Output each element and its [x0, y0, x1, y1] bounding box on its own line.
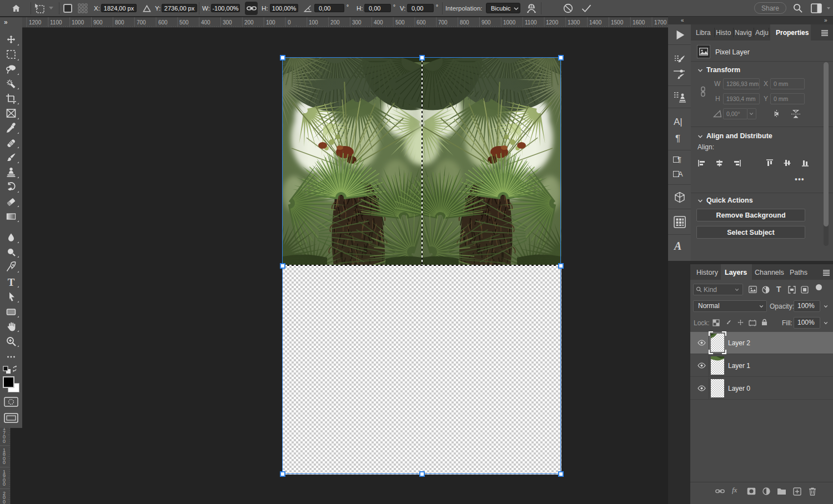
- svg-text:700: 700: [137, 19, 146, 26]
- svg-text:900: 900: [481, 19, 491, 26]
- svg-text:300: 300: [352, 19, 362, 26]
- svg-text:600: 600: [416, 19, 426, 26]
- svg-text:0: 0: [3, 460, 6, 465]
- svg-text:1500: 1500: [611, 19, 624, 26]
- svg-text:100: 100: [266, 19, 275, 26]
- svg-text:1000: 1000: [503, 19, 516, 26]
- svg-text:1300: 1300: [568, 19, 580, 26]
- svg-text:300: 300: [223, 19, 232, 26]
- svg-text:0: 0: [3, 439, 6, 444]
- svg-text:200: 200: [330, 19, 340, 26]
- svg-text:900: 900: [93, 19, 103, 26]
- svg-text:200: 200: [244, 19, 254, 26]
- svg-text:1700: 1700: [654, 19, 667, 26]
- svg-text:500: 500: [395, 19, 405, 26]
- svg-text:800: 800: [115, 19, 124, 26]
- svg-text:1000: 1000: [72, 19, 84, 26]
- svg-text:1600: 1600: [633, 19, 645, 26]
- svg-text:1100: 1100: [525, 19, 537, 26]
- svg-text:500: 500: [179, 19, 189, 26]
- svg-text:0: 0: [3, 481, 6, 487]
- svg-text:800: 800: [460, 19, 469, 26]
- svg-text:400: 400: [374, 19, 383, 26]
- svg-text:400: 400: [201, 19, 210, 26]
- svg-text:1200: 1200: [546, 19, 559, 26]
- svg-text:100: 100: [309, 19, 318, 26]
- svg-text:600: 600: [158, 19, 168, 26]
- svg-text:1100: 1100: [50, 19, 62, 26]
- svg-text:1400: 1400: [589, 19, 602, 26]
- svg-text:700: 700: [438, 19, 448, 26]
- svg-text:T: T: [8, 276, 15, 288]
- svg-text:1200: 1200: [29, 19, 42, 26]
- svg-text:0: 0: [288, 19, 291, 26]
